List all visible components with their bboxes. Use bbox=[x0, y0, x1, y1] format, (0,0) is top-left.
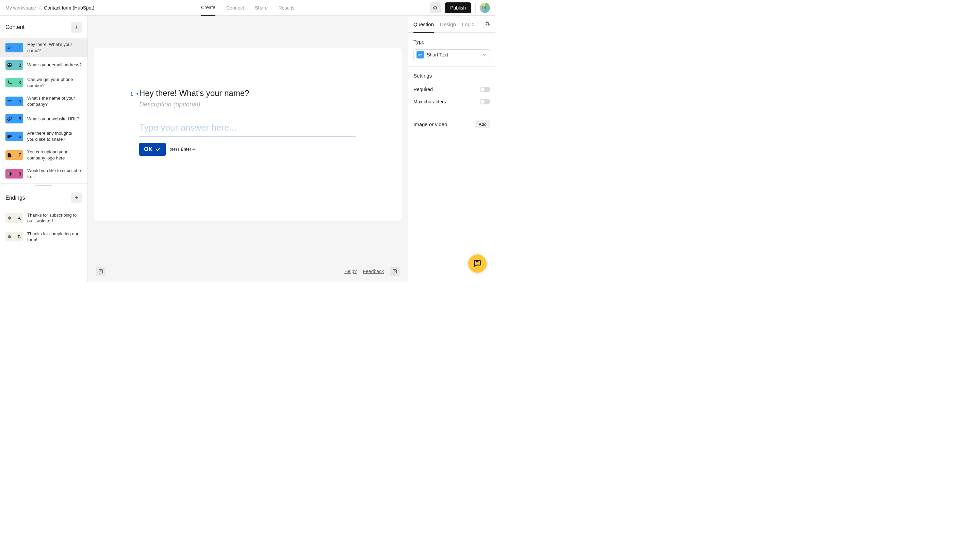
required-toggle[interactable] bbox=[480, 87, 490, 92]
preview-button[interactable] bbox=[430, 2, 441, 13]
tab-results[interactable]: Results bbox=[278, 0, 294, 16]
question-label: Are there any thoughts you'd like to sha… bbox=[27, 130, 82, 142]
question-item-3[interactable]: 3 Can we get your phone number? bbox=[0, 73, 87, 92]
question-title-input[interactable]: Hey there! What's your name? bbox=[139, 88, 356, 98]
question-label: Can we get your phone number? bbox=[27, 77, 82, 88]
chevron-down-icon bbox=[482, 52, 487, 57]
collapse-right-button[interactable] bbox=[390, 267, 400, 276]
eye-icon bbox=[433, 5, 438, 11]
question-badge: 2 bbox=[5, 60, 23, 70]
publish-button[interactable]: Publish bbox=[445, 2, 471, 13]
ending-icon bbox=[7, 234, 12, 239]
question-item-7[interactable]: 7 You can upload your company logo here bbox=[0, 145, 87, 164]
link-icon bbox=[7, 116, 12, 121]
question-label: What's your email address? bbox=[27, 62, 82, 68]
ending-item-B[interactable]: B Thanks for completing our form! bbox=[0, 228, 87, 246]
phone-icon bbox=[7, 80, 12, 85]
enter-hint: press Enter ↵ bbox=[170, 147, 196, 151]
question-label: What's your website URL? bbox=[27, 116, 82, 122]
ok-button[interactable]: OK bbox=[139, 143, 166, 156]
ending-badge: B bbox=[5, 232, 23, 241]
question-number-badge: 8 bbox=[19, 171, 21, 176]
yes-no-icon bbox=[7, 171, 12, 176]
tab-create[interactable]: Create bbox=[201, 0, 216, 16]
add-media-button[interactable]: Add bbox=[475, 121, 490, 128]
settings-gear-button[interactable] bbox=[485, 21, 490, 32]
ending-letter: B bbox=[18, 234, 21, 239]
question-canvas: 1 Hey there! What's your name? Descripti… bbox=[93, 47, 402, 221]
question-badge: 5 bbox=[5, 114, 23, 124]
divider bbox=[475, 3, 476, 13]
maxchars-toggle[interactable] bbox=[480, 99, 490, 104]
question-item-2[interactable]: 2 What's your email address? bbox=[0, 57, 87, 73]
top-nav: Create Connect Share Results bbox=[201, 0, 294, 16]
question-badge: 8 bbox=[5, 169, 23, 179]
ending-label: Thanks for completing our form! bbox=[27, 231, 82, 243]
question-badge: 4 bbox=[5, 96, 23, 106]
question-label: You can upload your company logo here bbox=[27, 149, 82, 161]
left-sidebar: Content + 1 Hey there! What's your name?… bbox=[0, 16, 88, 282]
breadcrumb: My workspace / Contact form (HubSpot) bbox=[5, 5, 94, 11]
question-number-badge: 4 bbox=[19, 99, 21, 104]
email-icon bbox=[7, 62, 12, 68]
tab-design[interactable]: Design bbox=[440, 21, 456, 32]
feedback-link[interactable]: Feedback bbox=[363, 269, 384, 274]
question-description-input[interactable]: Description (optional) bbox=[139, 101, 356, 108]
question-badge: 3 bbox=[5, 78, 23, 87]
long-text-icon bbox=[7, 134, 12, 139]
ending-badge: A bbox=[5, 213, 23, 223]
media-label: Image or video bbox=[413, 121, 447, 127]
question-list: 1 Hey there! What's your name? 2 What's … bbox=[0, 38, 87, 184]
question-badge: 1 bbox=[5, 43, 23, 52]
question-number-badge: 7 bbox=[19, 152, 21, 158]
add-question-button[interactable]: + bbox=[71, 22, 82, 33]
arrow-right-icon bbox=[134, 91, 139, 96]
workspace-link[interactable]: My workspace bbox=[5, 5, 36, 11]
chat-icon bbox=[473, 259, 482, 268]
question-badge: 7 bbox=[5, 150, 23, 160]
ending-label: Thanks for subscribing to ou…wsletter! bbox=[27, 212, 82, 224]
right-sidebar: Question Design Logic Type Short Text Se… bbox=[408, 16, 495, 282]
breadcrumb-separator: / bbox=[39, 5, 41, 11]
endings-header: Endings bbox=[5, 195, 25, 201]
tab-connect[interactable]: Connect bbox=[226, 0, 244, 16]
collapse-right-icon bbox=[392, 269, 397, 274]
question-number-badge: 1 bbox=[19, 45, 21, 50]
question-type-select[interactable]: Short Text bbox=[413, 49, 490, 60]
question-item-1[interactable]: 1 Hey there! What's your name? bbox=[0, 38, 87, 57]
top-bar: My workspace / Contact form (HubSpot) Cr… bbox=[0, 0, 495, 16]
tab-share[interactable]: Share bbox=[255, 0, 268, 16]
question-item-4[interactable]: 4 What's the name of your company? bbox=[0, 92, 87, 111]
maxchars-label: Max characters bbox=[413, 99, 446, 104]
question-number: 1 bbox=[130, 91, 139, 96]
ending-item-A[interactable]: A Thanks for subscribing to ou…wsletter! bbox=[0, 209, 87, 228]
question-item-5[interactable]: 5 What's your website URL? bbox=[0, 111, 87, 127]
help-fab[interactable] bbox=[468, 254, 487, 273]
short-text-icon bbox=[7, 99, 12, 104]
add-ending-button[interactable]: + bbox=[71, 192, 82, 204]
question-item-8[interactable]: 8 Would you like to subscribe to… bbox=[0, 164, 87, 183]
right-tabs: Question Design Logic bbox=[408, 16, 495, 33]
gear-icon bbox=[485, 21, 490, 26]
canvas-footer: Help? Feedback bbox=[88, 267, 408, 276]
answer-input[interactable] bbox=[139, 121, 356, 137]
tab-question[interactable]: Question bbox=[413, 21, 434, 33]
ending-letter: A bbox=[18, 216, 21, 221]
ending-icon bbox=[7, 216, 12, 220]
collapse-left-icon bbox=[98, 269, 103, 274]
question-item-6[interactable]: 6 Are there any thoughts you'd like to s… bbox=[0, 127, 87, 145]
user-avatar[interactable]: RH bbox=[480, 3, 490, 13]
question-number-badge: 6 bbox=[19, 134, 21, 139]
collapse-left-button[interactable] bbox=[96, 267, 106, 276]
type-label: Type bbox=[413, 39, 490, 44]
help-link[interactable]: Help? bbox=[345, 269, 357, 274]
file-icon bbox=[7, 152, 12, 158]
question-number-badge: 2 bbox=[19, 63, 21, 68]
question-number-badge: 3 bbox=[19, 80, 21, 85]
form-title[interactable]: Contact form (HubSpot) bbox=[44, 5, 94, 11]
question-label: What's the name of your company? bbox=[27, 95, 82, 107]
check-icon bbox=[155, 147, 161, 152]
question-label: Hey there! What's your name? bbox=[27, 41, 82, 54]
tab-logic[interactable]: Logic bbox=[462, 21, 474, 32]
short-text-icon bbox=[416, 51, 424, 59]
